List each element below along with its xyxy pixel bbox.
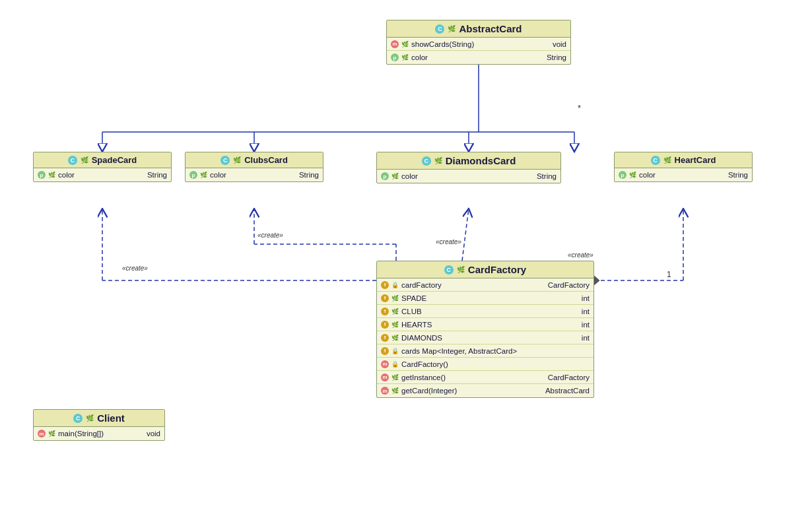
- access-icon: 🌿: [391, 173, 399, 179]
- property-icon: p: [189, 171, 197, 179]
- class-icon-leaf: 🌿: [81, 156, 88, 164]
- row-type: int: [582, 308, 590, 315]
- row-type: int: [582, 294, 590, 302]
- row-label: color: [58, 171, 145, 179]
- row-label: cards Map<Integer, AbstractCard>: [401, 347, 590, 355]
- diamonds-card-row-0: p 🌿 color String: [377, 170, 560, 183]
- abstract-card-class: C 🌿 AbstractCard m 🌿 showCards(String) v…: [386, 20, 571, 65]
- svg-text:«create»: «create»: [436, 238, 461, 245]
- class-icon-leaf: 🌿: [233, 156, 241, 164]
- cf-row-5: f 🔒 cards Map<Integer, AbstractCard>: [377, 344, 593, 358]
- row-type: CardFactory: [548, 281, 590, 289]
- class-icon-leaf: 🌿: [663, 156, 671, 164]
- heart-card-header: C 🌿 HeartCard: [615, 152, 752, 168]
- method-icon: m: [381, 374, 389, 381]
- method-icon: m: [38, 430, 46, 438]
- row-label: CLUB: [401, 308, 579, 315]
- svg-text:«create»: «create»: [122, 265, 148, 272]
- row-label: color: [401, 172, 534, 180]
- row-label: color: [411, 53, 544, 61]
- row-type: int: [582, 321, 590, 329]
- cf-row-8: m 🌿 getCard(Integer) AbstractCard: [377, 384, 593, 397]
- row-type: int: [582, 334, 590, 342]
- row-type: void: [553, 40, 566, 48]
- row-type: String: [547, 53, 566, 61]
- diagram-canvas: * 1 «create» «create» «create» «create»: [0, 0, 812, 520]
- row-label: HEARTS: [401, 321, 579, 329]
- row-label: getInstance(): [401, 374, 545, 381]
- cf-row-3: f 🌿 HEARTS int: [377, 318, 593, 331]
- access-icon: 🌿: [401, 41, 409, 48]
- field-icon: f: [381, 294, 389, 302]
- spade-card-header: C 🌿 SpadeCard: [34, 152, 171, 168]
- class-icon-c: C: [435, 24, 444, 34]
- row-type: String: [537, 172, 557, 180]
- cf-row-2: f 🌿 CLUB int: [377, 305, 593, 318]
- card-factory-header: C 🌿 CardFactory: [377, 261, 593, 278]
- row-type: String: [147, 171, 167, 179]
- card-factory-title: CardFactory: [468, 264, 526, 275]
- property-icon: p: [381, 172, 389, 180]
- row-label: main(String[]): [58, 430, 144, 438]
- row-type: String: [728, 171, 748, 179]
- row-type: CardFactory: [548, 374, 590, 381]
- property-icon: p: [391, 53, 399, 61]
- clubs-card-class: C 🌿 ClubsCard p 🌿 color String: [185, 152, 323, 182]
- row-type: void: [147, 430, 160, 438]
- class-icon-c: C: [422, 156, 431, 166]
- leaf-icon: 🌿: [48, 430, 55, 437]
- leaf-icon: 🌿: [391, 374, 399, 381]
- class-icon-leaf: 🌿: [86, 414, 94, 422]
- svg-text:*: *: [578, 103, 581, 113]
- leaf-icon: 🌿: [391, 335, 399, 341]
- field-icon: f: [381, 347, 389, 355]
- class-icon-c: C: [73, 414, 83, 423]
- abstract-card-row-0: m 🌿 showCards(String) void: [387, 38, 570, 51]
- class-icon-leaf: 🌿: [448, 25, 456, 32]
- leaf-icon: 🌿: [391, 308, 399, 315]
- row-label: showCards(String): [411, 40, 550, 48]
- leaf-icon: 🌿: [391, 387, 399, 394]
- method-icon: m: [381, 387, 389, 395]
- row-label: SPADE: [401, 294, 579, 302]
- diamonds-card-title: DiamondsCard: [446, 155, 516, 166]
- field-icon: f: [381, 281, 389, 289]
- svg-text:«create»: «create»: [257, 232, 283, 239]
- cf-row-1: f 🌿 SPADE int: [377, 292, 593, 305]
- svg-text:«create»: «create»: [568, 251, 593, 259]
- row-label: cardFactory: [401, 281, 545, 289]
- abstract-card-row-1: p 🌿 color String: [387, 51, 570, 64]
- row-label: color: [210, 171, 296, 179]
- abstract-card-title: AbstractCard: [459, 23, 522, 34]
- cf-row-7: m 🌿 getInstance() CardFactory: [377, 371, 593, 384]
- heart-card-class: C 🌿 HeartCard p 🌿 color String: [614, 152, 753, 182]
- card-factory-class: C 🌿 CardFactory f 🔒 cardFactory CardFact…: [376, 261, 594, 398]
- clubs-card-title: ClubsCard: [244, 155, 288, 165]
- class-icon-leaf: 🌿: [457, 266, 465, 273]
- client-header: C 🌿 Client: [34, 410, 164, 427]
- row-label: color: [639, 171, 726, 179]
- leaf-icon: 🌿: [391, 295, 399, 302]
- access-icon: 🌿: [401, 54, 409, 61]
- leaf-icon: 🌿: [391, 321, 399, 328]
- access-icon: 🌿: [629, 172, 636, 178]
- access-icon: 🌿: [48, 172, 55, 178]
- client-title: Client: [97, 412, 125, 424]
- heart-card-title: HeartCard: [675, 155, 716, 165]
- svg-text:1: 1: [667, 270, 671, 279]
- row-type: String: [299, 171, 319, 179]
- cf-row-0: f 🔒 cardFactory CardFactory: [377, 278, 593, 292]
- heart-card-row-0: p 🌿 color String: [615, 168, 752, 181]
- class-icon-c: C: [444, 265, 454, 275]
- client-row-0: m 🌿 main(String[]) void: [34, 427, 164, 440]
- spade-card-title: SpadeCard: [92, 155, 137, 165]
- class-icon-leaf: 🌿: [434, 157, 442, 164]
- row-label: DIAMONDS: [401, 334, 579, 342]
- property-icon: p: [38, 171, 46, 179]
- property-icon: p: [619, 171, 626, 179]
- row-type: AbstractCard: [545, 387, 590, 395]
- spade-card-row-0: p 🌿 color String: [34, 168, 171, 181]
- diamonds-card-class: C 🌿 DiamondsCard p 🌿 color String: [376, 152, 561, 183]
- field-icon: f: [381, 334, 389, 342]
- clubs-card-header: C 🌿 ClubsCard: [186, 152, 323, 168]
